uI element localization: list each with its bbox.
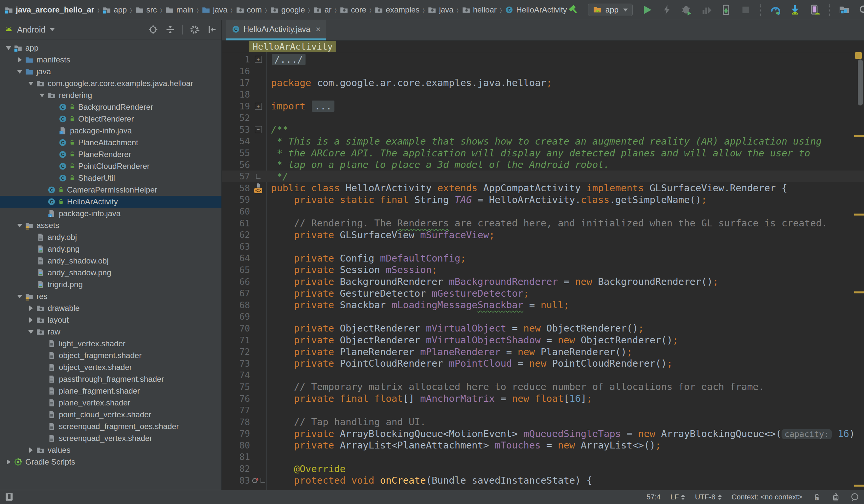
line-number[interactable]: 61 <box>222 218 250 228</box>
stop-icon[interactable] <box>739 3 752 16</box>
expand-arrow[interactable] <box>27 305 35 311</box>
line-number[interactable]: 82 <box>222 464 250 474</box>
line-number[interactable]: 79 <box>222 429 250 439</box>
line-number[interactable]: 19 <box>222 101 250 111</box>
tree-item[interactable]: CObjectRenderer <box>0 113 221 125</box>
line-number[interactable]: 80 <box>222 440 250 451</box>
breadcrumb-item[interactable]: core <box>340 5 366 14</box>
tree-item[interactable]: com.google.ar.core.examples.java.helloar <box>0 77 221 89</box>
tree-item[interactable]: Gradle Scripts <box>0 456 221 468</box>
tree-item[interactable]: CShaderUtil <box>0 172 221 184</box>
line-number[interactable]: 69 <box>222 311 250 322</box>
fold-expand-icon[interactable]: + <box>255 103 262 110</box>
line-number[interactable]: 17 <box>222 77 250 88</box>
line-number[interactable]: 78 <box>222 417 250 427</box>
line-number[interactable]: 70 <box>222 323 250 334</box>
line-number[interactable]: 60 <box>222 206 250 217</box>
breadcrumb-item[interactable]: app <box>103 5 127 14</box>
debug-icon[interactable] <box>680 3 693 16</box>
line-number[interactable]: 58 <box>222 183 250 193</box>
expand-arrow[interactable] <box>38 94 46 97</box>
breadcrumb-item[interactable]: examples <box>374 5 420 14</box>
tree-item[interactable]: layout <box>0 314 221 326</box>
line-number[interactable]: 65 <box>222 265 250 275</box>
related-file-icons[interactable]: <> <box>254 183 262 193</box>
project-view-select[interactable]: Android <box>17 25 45 35</box>
line-number[interactable]: 53 <box>222 124 250 135</box>
tree-item[interactable]: CPlaneAttachment <box>0 137 221 148</box>
line-number[interactable]: 52 <box>222 113 250 123</box>
breadcrumb-item[interactable]: helloar <box>462 5 497 14</box>
expand-arrow[interactable] <box>27 317 35 323</box>
hide-panel-icon[interactable] <box>207 25 217 35</box>
fold-expand-icon[interactable]: + <box>255 56 262 63</box>
tree-item[interactable]: object_fragment.shader <box>0 350 221 361</box>
line-number[interactable]: 68 <box>222 300 250 310</box>
run-icon[interactable] <box>640 3 654 16</box>
tree-item[interactable]: passthrough_fragment.shader <box>0 373 221 385</box>
tree-item[interactable]: andy.png <box>0 243 221 255</box>
breadcrumb-item[interactable]: java_arcore_hello_ar <box>4 5 94 14</box>
tree-item[interactable]: manifests <box>0 54 221 66</box>
breadcrumb-item[interactable]: ar <box>313 5 332 14</box>
folded-region-chip[interactable]: /.../ <box>272 54 305 65</box>
tree-item[interactable]: assets <box>0 219 221 231</box>
go-to-related-xml-icon[interactable]: <> <box>254 188 262 193</box>
line-number[interactable]: 56 <box>222 160 250 170</box>
line-number[interactable]: 77 <box>222 405 250 415</box>
line-number[interactable]: 83 <box>222 476 250 485</box>
search-everywhere-icon[interactable] <box>857 3 864 16</box>
breadcrumb-item[interactable]: com <box>236 5 262 14</box>
line-number[interactable]: 73 <box>222 358 250 369</box>
gradle-sync-icon[interactable] <box>838 3 851 16</box>
line-number[interactable]: 75 <box>222 382 250 392</box>
expand-arrow[interactable] <box>16 295 24 298</box>
build-hammer-icon[interactable] <box>567 3 580 16</box>
run-configuration-select[interactable]: app <box>588 4 633 16</box>
line-number[interactable]: 71 <box>222 335 250 345</box>
gear-icon[interactable] <box>190 25 200 35</box>
tree-item[interactable]: trigrid.png <box>0 279 221 290</box>
tree-item[interactable]: Jpackage-info.java <box>0 125 221 137</box>
tree-item[interactable]: java <box>0 66 221 77</box>
locate-file-icon[interactable] <box>148 25 158 35</box>
tree-item[interactable]: CHelloArActivity <box>0 196 221 208</box>
line-number[interactable]: 1 <box>222 54 250 64</box>
tree-item[interactable]: light_vertex.shader <box>0 338 221 350</box>
tree-item[interactable]: object_vertex.shader <box>0 361 221 373</box>
tree-item[interactable]: plane_vertex.shader <box>0 397 221 409</box>
tree-item[interactable]: Jpackage-info.java <box>0 208 221 219</box>
tab-helloaractivity[interactable]: C HelloArActivity.java × <box>226 20 326 40</box>
expand-arrow[interactable] <box>27 330 35 334</box>
expand-arrow[interactable] <box>4 459 12 465</box>
tree-item[interactable]: CPlaneRenderer <box>0 148 221 160</box>
expand-arrow[interactable] <box>4 46 12 50</box>
lock-icon[interactable]: T <box>812 492 821 502</box>
breadcrumb-item[interactable]: google <box>270 5 305 14</box>
line-separator-select[interactable]: LF <box>671 493 685 501</box>
caret-position[interactable]: 57:4 <box>647 493 661 501</box>
breadcrumb-item[interactable]: src <box>135 5 157 14</box>
line-number[interactable]: 63 <box>222 241 250 252</box>
line-number[interactable]: 54 <box>222 136 250 146</box>
breadcrumb-item[interactable]: CHelloArActivity <box>505 5 567 14</box>
tree-item[interactable]: andy_shadow.png <box>0 267 221 279</box>
android-profiler-icon[interactable] <box>769 3 782 16</box>
tree-item[interactable]: CBackgroundRenderer <box>0 101 221 113</box>
tree-item[interactable]: point_cloud_vertex.shader <box>0 409 221 421</box>
fold-collapse-icon[interactable]: − <box>255 126 262 133</box>
attach-debugger-icon[interactable] <box>719 3 733 16</box>
tree-item[interactable]: screenquad_vertex.shader <box>0 432 221 444</box>
line-number[interactable]: 64 <box>222 253 250 263</box>
encoding-select[interactable]: UTF-8 <box>695 493 721 501</box>
tree-item[interactable]: plane_fragment.shader <box>0 385 221 397</box>
breadcrumb-item[interactable]: java <box>428 5 453 14</box>
context-widget[interactable]: Context: <no context> <box>732 493 802 501</box>
folded-region-chip[interactable]: ... <box>312 100 334 112</box>
breadcrumb-item[interactable]: main <box>165 5 193 14</box>
line-number[interactable]: 59 <box>222 194 250 205</box>
expand-arrow[interactable] <box>16 224 24 227</box>
line-number[interactable]: 16 <box>222 66 250 76</box>
tree-item[interactable]: screenquad_fragment_oes.shader <box>0 421 221 432</box>
expand-arrow[interactable] <box>27 447 35 453</box>
